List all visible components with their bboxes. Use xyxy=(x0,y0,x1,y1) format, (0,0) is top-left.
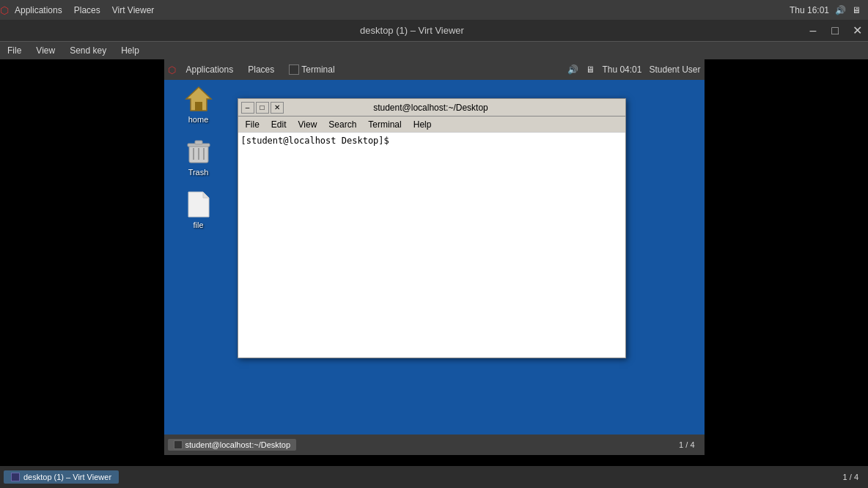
guest-panel-left: ⬡ Applications Places Terminal xyxy=(168,63,341,76)
guest-volume-icon: 🔊 xyxy=(567,64,578,75)
terminal-menubar: File Edit View Search Terminal Help xyxy=(238,117,625,133)
fedora-icon: ⬡ xyxy=(0,4,9,16)
guest-clock: Thu 04:01 xyxy=(602,64,641,75)
terminal-taskbar-icon xyxy=(289,64,299,75)
terminal-maximize-button[interactable]: □ xyxy=(256,102,269,114)
svg-rect-1 xyxy=(195,102,202,111)
vv-menubar: File View Send key Help xyxy=(0,42,868,59)
host-taskbar-vv-item[interactable]: desktop (1) – Virt Viewer xyxy=(4,470,119,484)
vv-close-button[interactable]: ✕ xyxy=(846,20,868,42)
guest-desktop[interactable]: ⬡ Applications Places Terminal 🔊 🖥 Thu 0… xyxy=(164,59,705,455)
vv-minimize-button[interactable]: – xyxy=(802,20,824,42)
taskbar-pager[interactable]: 1 / 4 xyxy=(673,439,700,451)
terminal-terminal-menu[interactable]: Terminal xyxy=(364,119,405,130)
file-icon-label: file xyxy=(193,221,203,229)
trash-icon xyxy=(184,137,213,166)
host-topbar-left: ⬡ Applications Places Virt Viewer xyxy=(0,3,160,18)
terminal-window[interactable]: – □ ✕ student@localhost:~/Desktop File E… xyxy=(238,98,626,358)
guest-fedora-icon: ⬡ xyxy=(168,64,176,75)
host-taskbar-vv-label: desktop (1) – Virt Viewer xyxy=(23,473,111,481)
terminal-minimize-button[interactable]: – xyxy=(241,102,254,114)
vv-view-menu[interactable]: View xyxy=(29,44,62,57)
guest-applications-menu[interactable]: Applications xyxy=(180,63,240,76)
guest-terminal-button[interactable]: Terminal xyxy=(283,63,340,76)
vv-window-title: desktop (1) – Virt Viewer xyxy=(22,25,802,36)
host-bottombar-left: desktop (1) – Virt Viewer xyxy=(4,470,119,484)
host-clock: Thu 16:01 🔊 🖥 xyxy=(782,3,868,18)
guest-taskbar: student@localhost:~/Desktop 1 / 4 xyxy=(164,435,705,455)
host-topbar: ⬡ Applications Places Virt Viewer Thu 16… xyxy=(0,0,868,20)
terminal-prompt: [student@localhost Desktop]$ xyxy=(241,136,389,146)
guest-network-icon: 🖥 xyxy=(586,64,595,75)
host-bottombar: desktop (1) – Virt Viewer 1 / 4 xyxy=(0,466,868,488)
vv-sendkey-menu[interactable]: Send key xyxy=(62,44,114,57)
svg-marker-9 xyxy=(203,192,209,198)
vv-file-menu[interactable]: File xyxy=(0,44,29,57)
terminal-body[interactable]: [student@localhost Desktop]$ xyxy=(238,133,625,358)
host-taskbar-vv-icon xyxy=(11,473,20,481)
taskbar-items: student@localhost:~/Desktop xyxy=(168,439,297,451)
guest-panel-right: 🔊 🖥 Thu 04:01 Student User xyxy=(567,64,700,75)
terminal-close-button[interactable]: ✕ xyxy=(271,102,284,114)
terminal-edit-menu[interactable]: Edit xyxy=(267,119,291,130)
vv-maximize-button[interactable]: □ xyxy=(824,20,846,42)
taskbar-terminal-icon xyxy=(174,440,183,449)
host-bottombar-pager[interactable]: 1 / 4 xyxy=(837,470,864,484)
guest-user: Student User xyxy=(649,64,700,75)
desktop-icon-trash[interactable]: Trash xyxy=(175,134,222,180)
taskbar-terminal-label: student@localhost:~/Desktop xyxy=(185,440,291,449)
host-places-menu[interactable]: Places xyxy=(68,3,106,18)
host-volume-icon: 🔊 xyxy=(835,5,846,15)
vv-win-controls: – □ ✕ xyxy=(802,20,868,42)
taskbar-terminal-item[interactable]: student@localhost:~/Desktop xyxy=(168,439,297,451)
desktop-icon-home[interactable]: home xyxy=(175,81,222,127)
desktop-icon-file[interactable]: file xyxy=(175,187,222,232)
terminal-win-controls: – □ ✕ xyxy=(241,102,284,114)
guest-terminal-label: Terminal xyxy=(301,64,334,75)
vv-help-menu[interactable]: Help xyxy=(114,44,147,57)
host-network-icon: 🖥 xyxy=(852,5,861,15)
desktop-icons: home Trash xyxy=(175,81,222,232)
terminal-help-menu[interactable]: Help xyxy=(409,119,436,130)
host-clock-text: Thu 16:01 xyxy=(790,5,829,15)
guest-panel: ⬡ Applications Places Terminal 🔊 🖥 Thu 0… xyxy=(164,59,705,80)
terminal-file-menu[interactable]: File xyxy=(241,119,264,130)
terminal-titlebar: – □ ✕ student@localhost:~/Desktop xyxy=(238,99,625,117)
vv-titlebar: desktop (1) – Virt Viewer – □ ✕ xyxy=(0,20,868,42)
home-icon xyxy=(184,84,213,114)
guest-places-menu[interactable]: Places xyxy=(242,63,280,76)
file-icon xyxy=(184,190,213,219)
svg-rect-4 xyxy=(195,141,202,144)
terminal-title: student@localhost:~/Desktop xyxy=(284,103,578,113)
terminal-search-menu[interactable]: Search xyxy=(324,119,361,130)
trash-icon-label: Trash xyxy=(188,168,209,177)
terminal-view-menu[interactable]: View xyxy=(294,119,322,130)
host-virtviewer-menu[interactable]: Virt Viewer xyxy=(106,3,161,18)
home-icon-label: home xyxy=(188,115,209,124)
vm-viewport: ⬡ Applications Places Terminal 🔊 🖥 Thu 0… xyxy=(0,59,868,456)
host-applications-menu[interactable]: Applications xyxy=(9,3,68,18)
